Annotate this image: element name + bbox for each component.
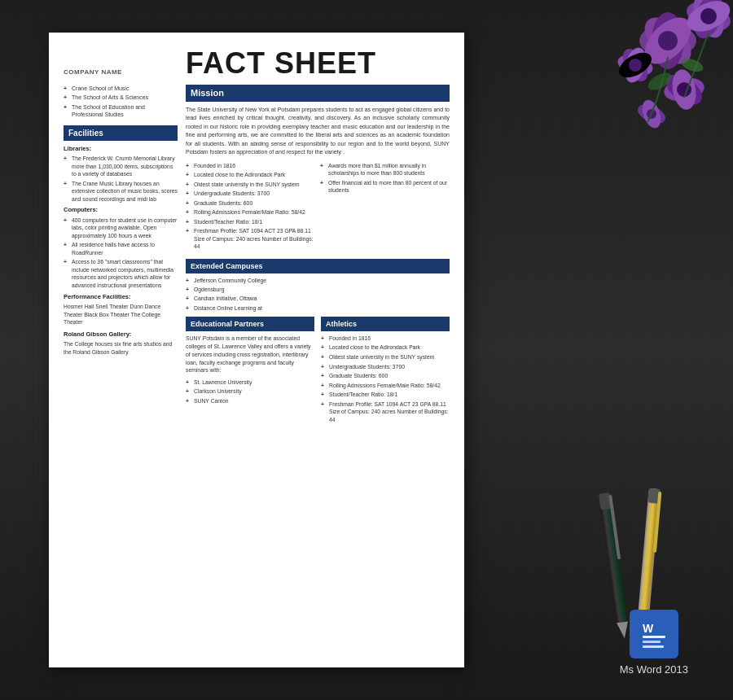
libraries-list: The Frederick W. Crumb Memorial Library … bbox=[64, 155, 178, 203]
list-item: Crane School of Music bbox=[64, 85, 178, 92]
ath-stat: Located close to the Adirondack Park bbox=[321, 343, 450, 352]
stat-item: Undergraduate Students: 3700 bbox=[186, 190, 315, 198]
ath-stat: Oldest state university in the SUNY syst… bbox=[321, 353, 450, 361]
svg-rect-34 bbox=[643, 636, 665, 638]
word-badge: W Ms Word 2013 bbox=[620, 610, 688, 676]
stats-grid: Founded in 1816 Located close to the Adi… bbox=[186, 162, 450, 252]
ath-stat: Undergraduate Students: 3700 bbox=[321, 363, 450, 371]
mission-header: Mission bbox=[186, 85, 450, 102]
computers-list: 400 computers for student use in compute… bbox=[64, 217, 178, 290]
company-name: COMPANY NAME bbox=[64, 49, 178, 77]
left-column: Crane School of Music The School of Arts… bbox=[64, 85, 178, 425]
list-item: 400 computers for student use in compute… bbox=[64, 217, 178, 240]
list-item: St. Lawrence University bbox=[186, 378, 314, 386]
list-item: Candian Initiative, Ottawa bbox=[186, 295, 450, 302]
stat-item: Founded in 1816 bbox=[186, 162, 315, 170]
stats-col-1: Founded in 1816 Located close to the Adi… bbox=[186, 162, 315, 252]
svg-point-4 bbox=[658, 31, 678, 50]
ath-stat: Graduate Students: 600 bbox=[321, 372, 450, 380]
stat-item: Offer financial aid to more than 80 perc… bbox=[320, 179, 450, 195]
stat-item: Located close to the Adirondack Park bbox=[186, 171, 315, 179]
extended-campuses-list: Jefferson Community College Ogdensburg C… bbox=[186, 277, 450, 312]
svg-point-14 bbox=[629, 59, 642, 72]
stat-item: Freshman Profile: SAT 1094 ACT 23 GPA 88… bbox=[186, 227, 315, 251]
list-item: Jefferson Community College bbox=[186, 277, 450, 284]
svg-rect-35 bbox=[643, 641, 661, 643]
svg-rect-28 bbox=[638, 488, 660, 615]
facilities-header: Facilities bbox=[64, 125, 178, 142]
ath-stat: Student/Teacher Ratio: 18/1 bbox=[321, 391, 450, 399]
list-item: The School of Education and Professional… bbox=[64, 103, 178, 119]
decorative-flowers bbox=[521, 0, 733, 163]
bottom-grid: Educational Partners SUNY Potsdam is a m… bbox=[186, 317, 450, 425]
list-item: The School of Arts & Sciences bbox=[64, 94, 178, 101]
list-item: Ogdensburg bbox=[186, 286, 450, 293]
mission-text: The State University of New York at Pots… bbox=[186, 106, 450, 157]
ath-stat: Freshman Profile: SAT 1094 ACT 23 GPA 88… bbox=[321, 400, 450, 424]
svg-point-9 bbox=[700, 8, 717, 24]
stat-item: Student/Teacher Ratio: 18/1 bbox=[186, 218, 315, 226]
document: COMPANY NAME FACT SHEET Crane School of … bbox=[49, 33, 464, 667]
list-item: SUNY Canton bbox=[186, 397, 314, 405]
performance-header: Performance Facilities: bbox=[64, 293, 178, 301]
word-icon: W bbox=[630, 610, 678, 658]
athletics-header: Athletics bbox=[321, 317, 450, 331]
educational-partners-text: SUNY Potsdam is a member of the associat… bbox=[186, 335, 314, 374]
computers-header: Computers: bbox=[64, 206, 178, 214]
fact-sheet-title: FACT SHEET bbox=[186, 49, 376, 78]
list-item: Clarkson University bbox=[186, 387, 314, 395]
educational-partners-col: Educational Partners SUNY Potsdam is a m… bbox=[186, 317, 314, 425]
list-item: The Crane Music Library houses an extens… bbox=[64, 180, 178, 203]
educational-partners-header: Educational Partners bbox=[186, 317, 314, 331]
right-column: Mission The State University of New York… bbox=[186, 85, 450, 425]
svg-text:W: W bbox=[643, 622, 654, 635]
list-item: The Frederick W. Crumb Memorial Library … bbox=[64, 155, 178, 178]
roland-header: Roland Gibson Gallery: bbox=[64, 330, 178, 339]
word-label: Ms Word 2013 bbox=[620, 663, 688, 676]
stat-item: Oldest state university in the SUNY syst… bbox=[186, 181, 315, 189]
stat-item: Awards more than $1 million annually in … bbox=[320, 162, 450, 177]
educational-partners-list: St. Lawrence University Clarkson Univers… bbox=[186, 378, 314, 405]
roland-text: The College houses six fine arts studios… bbox=[64, 340, 178, 356]
performance-text: Hosmer Hall Snell Theater Dunn Dance The… bbox=[64, 303, 178, 326]
extended-campuses-header: Extended Campuses bbox=[186, 259, 450, 273]
list-item: All residence halls have access to RoadR… bbox=[64, 241, 178, 256]
list-item: Access to 36 "smart classrooms" that inc… bbox=[64, 258, 178, 289]
stats-col-2: Awards more than $1 million annually in … bbox=[320, 162, 450, 252]
svg-rect-36 bbox=[643, 645, 664, 648]
ath-stat: Rolling Admissions Female/Male Ratio: 58… bbox=[321, 382, 450, 390]
ath-stat: Founded in 1816 bbox=[321, 335, 450, 343]
athletics-col: Athletics Founded in 1816 Located close … bbox=[321, 317, 450, 425]
school-list: Crane School of Music The School of Arts… bbox=[64, 85, 178, 119]
stat-item: Rolling Admissions Female/Male Ratio: 58… bbox=[186, 208, 315, 217]
libraries-header: Libraries: bbox=[64, 145, 178, 153]
doc-header: COMPANY NAME FACT SHEET bbox=[64, 49, 450, 78]
stat-item: Graduate Students: 600 bbox=[186, 199, 315, 208]
list-item: Distance Online Learning at bbox=[186, 304, 450, 312]
